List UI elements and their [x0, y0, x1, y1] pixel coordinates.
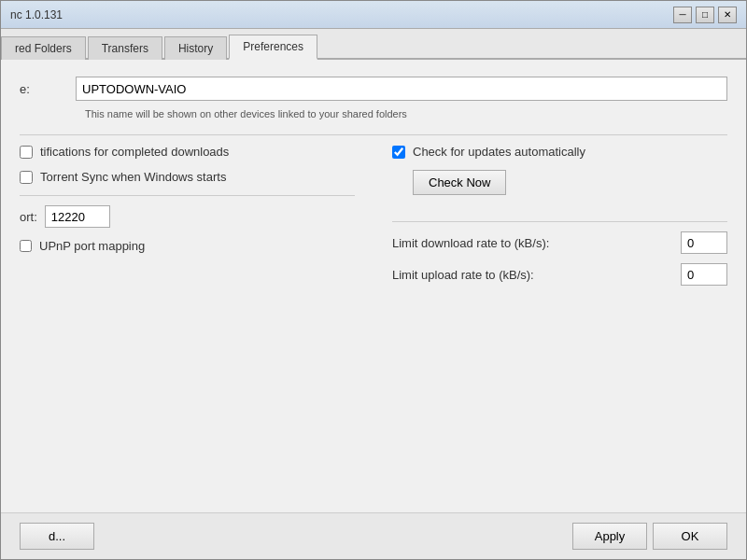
device-name-input[interactable]	[76, 77, 727, 101]
notifications-row: tifications for completed downloads	[20, 145, 355, 159]
upload-rate-input[interactable]	[681, 263, 727, 286]
options-left: tifications for completed downloads Torr…	[20, 145, 355, 295]
options-right: Check for updates automatically Check No…	[392, 145, 727, 295]
check-updates-checkbox[interactable]	[392, 146, 405, 159]
startup-row: Torrent Sync when Windows starts	[20, 170, 355, 184]
upload-rate-row: Limit upload rate to (kB/s):	[392, 263, 727, 286]
title-bar: nc 1.0.131 ─ □ ✕	[1, 1, 746, 29]
check-now-button[interactable]: Check Now	[413, 170, 506, 195]
close-button[interactable]: ✕	[718, 7, 737, 23]
preferences-content: e: This name will be shown on other devi…	[1, 60, 746, 512]
footer-left: d...	[20, 523, 94, 550]
upnp-checkbox[interactable]	[20, 240, 32, 252]
download-rate-row: Limit download rate to (kB/s):	[392, 231, 727, 254]
port-label: ort:	[20, 210, 37, 224]
separator-2	[20, 195, 355, 196]
upload-rate-label: Limit upload rate to (kB/s):	[392, 268, 681, 282]
footer: d... Apply OK	[1, 512, 746, 559]
tab-transfers[interactable]: Transfers	[88, 36, 162, 60]
separator-3	[392, 221, 727, 222]
options-section: tifications for completed downloads Torr…	[20, 145, 727, 295]
footer-right: Apply OK	[572, 523, 727, 550]
device-name-row: e:	[20, 77, 727, 101]
apply-button[interactable]: Apply	[572, 523, 647, 550]
upnp-label: UPnP port mapping	[39, 239, 145, 253]
download-rate-label: Limit download rate to (kB/s):	[392, 236, 681, 250]
tab-shared-folders[interactable]: red Folders	[1, 36, 86, 60]
ok-button[interactable]: OK	[653, 523, 727, 550]
window-controls: ─ □ ✕	[673, 7, 737, 23]
separator-1	[20, 134, 727, 135]
port-input[interactable]	[45, 205, 110, 228]
port-row: ort:	[20, 205, 355, 228]
check-updates-label: Check for updates automatically	[413, 145, 585, 159]
window-title: nc 1.0.131	[10, 8, 63, 21]
startup-label: Torrent Sync when Windows starts	[40, 170, 226, 184]
notifications-checkbox[interactable]	[20, 146, 33, 159]
tab-bar: red Folders Transfers History Preference…	[1, 29, 746, 60]
startup-checkbox[interactable]	[20, 171, 33, 184]
tab-preferences[interactable]: Preferences	[229, 35, 317, 60]
device-name-label: e:	[20, 82, 76, 96]
device-name-hint: This name will be shown on other devices…	[85, 108, 727, 119]
main-window: nc 1.0.131 ─ □ ✕ red Folders Transfers H…	[0, 0, 747, 560]
notifications-label: tifications for completed downloads	[40, 145, 229, 159]
left-action-button[interactable]: d...	[20, 523, 94, 550]
maximize-button[interactable]: □	[696, 7, 714, 23]
download-rate-input[interactable]	[681, 231, 727, 254]
check-updates-row: Check for updates automatically	[392, 145, 727, 159]
tab-history[interactable]: History	[164, 36, 227, 60]
minimize-button[interactable]: ─	[673, 7, 692, 23]
upnp-row: UPnP port mapping	[20, 239, 355, 253]
